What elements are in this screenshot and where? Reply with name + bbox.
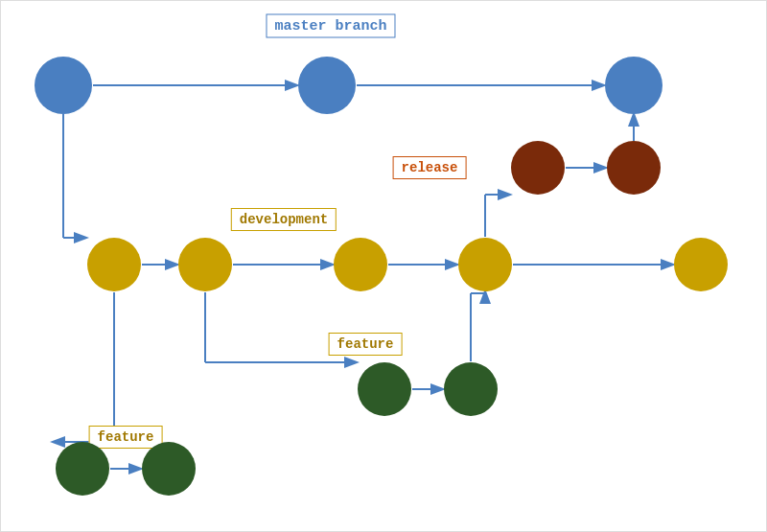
- dev-node-1: [87, 238, 141, 291]
- release-node-1: [511, 141, 565, 195]
- master-node-1: [35, 57, 92, 114]
- feature-top-label: feature: [329, 333, 403, 356]
- dev-node-3: [334, 238, 387, 291]
- dev-node-5: [674, 238, 728, 291]
- master-node-3: [605, 57, 662, 114]
- master-branch-label: master branch: [266, 14, 395, 38]
- development-label: development: [231, 208, 337, 231]
- release-label: release: [393, 156, 467, 179]
- feature-bottom-label: feature: [89, 426, 163, 449]
- feature-top-node-2: [444, 362, 498, 416]
- feature-top-node-1: [358, 362, 411, 416]
- feature-bottom-node-1: [56, 442, 109, 496]
- dev-node-2: [178, 238, 232, 291]
- release-node-2: [607, 141, 661, 195]
- feature-bottom-node-2: [142, 442, 196, 496]
- dev-node-4: [458, 238, 512, 291]
- master-node-2: [298, 57, 356, 114]
- diagram-canvas: master branch development release featur…: [0, 0, 767, 532]
